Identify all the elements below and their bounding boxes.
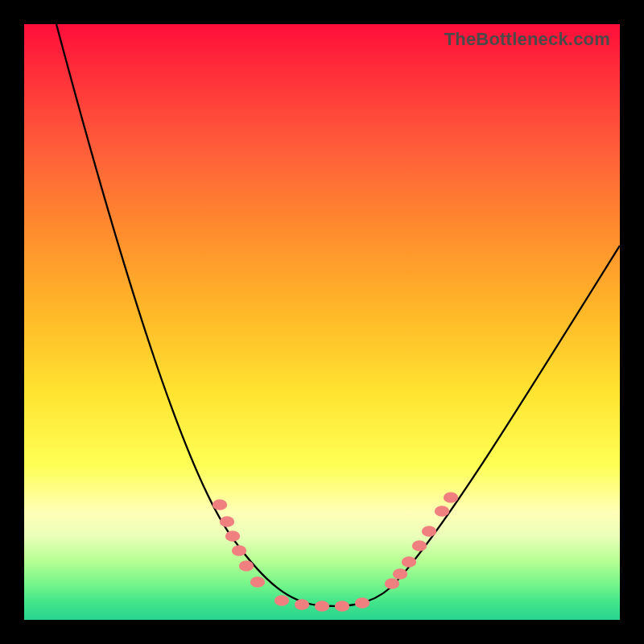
data-marker <box>315 601 329 612</box>
data-marker <box>402 556 416 568</box>
chart-frame: TheBottleneck.com <box>0 0 644 644</box>
plot-area: TheBottleneck.com <box>24 24 620 620</box>
data-marker <box>250 576 265 588</box>
data-marker <box>220 516 234 527</box>
data-marker <box>225 530 240 542</box>
data-marker <box>385 578 399 589</box>
data-marker <box>213 499 227 510</box>
data-marker <box>275 595 289 606</box>
data-marker <box>335 601 349 612</box>
data-marker <box>232 545 246 556</box>
data-marker <box>295 599 309 610</box>
data-marker <box>435 506 449 517</box>
data-marker <box>444 492 458 503</box>
data-marker <box>422 526 436 537</box>
data-marker <box>393 568 407 580</box>
data-marker <box>355 597 369 609</box>
data-marker <box>412 540 427 551</box>
bottleneck-curve-svg <box>24 24 620 620</box>
data-marker <box>239 560 254 572</box>
bottleneck-curve <box>56 24 620 606</box>
